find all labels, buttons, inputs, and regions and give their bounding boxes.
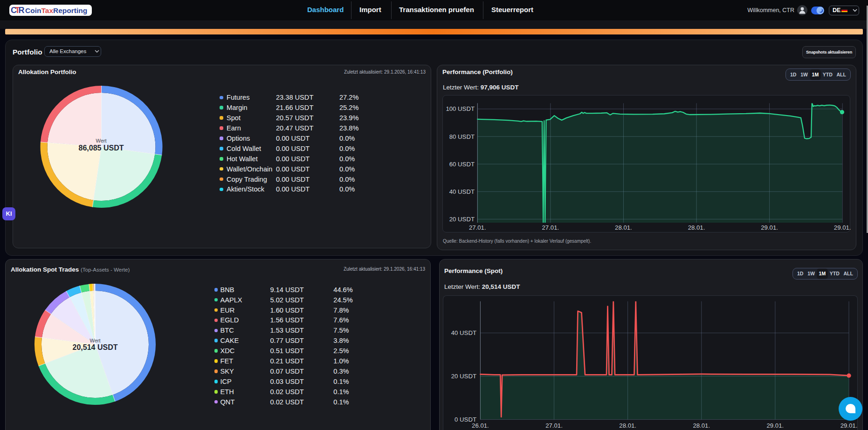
svg-text:28.01.: 28.01. bbox=[693, 422, 710, 429]
svg-text:29.01.: 29.01. bbox=[840, 422, 858, 429]
svg-text:40 USDT: 40 USDT bbox=[451, 329, 476, 336]
svg-text:28.01.: 28.01. bbox=[619, 422, 636, 429]
svg-text:29.01.: 29.01. bbox=[767, 422, 784, 429]
svg-text:26.01.: 26.01. bbox=[472, 422, 489, 429]
svg-text:27.01.: 27.01. bbox=[545, 422, 563, 429]
svg-text:20 USDT: 20 USDT bbox=[451, 373, 476, 380]
